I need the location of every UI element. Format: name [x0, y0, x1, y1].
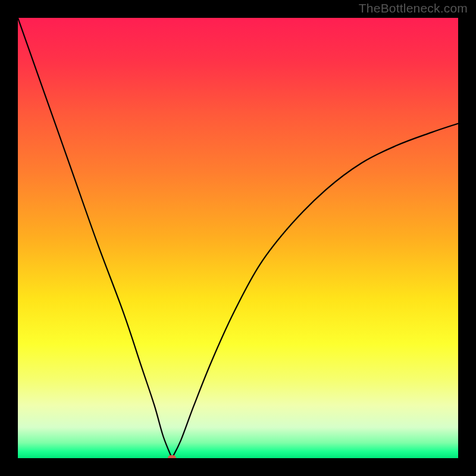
- chart-plot-area: [18, 18, 458, 458]
- chart-svg: [18, 18, 458, 458]
- watermark-text: TheBottleneck.com: [359, 1, 468, 15]
- chart-background: [18, 18, 458, 458]
